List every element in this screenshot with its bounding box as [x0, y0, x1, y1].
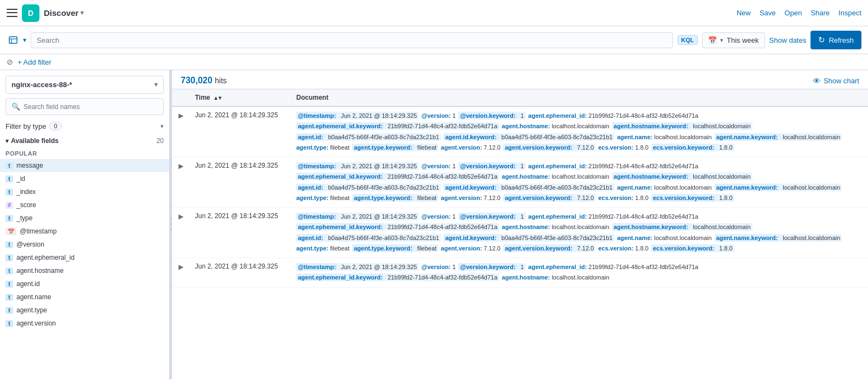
expand-row-button[interactable]: ▶	[179, 112, 183, 119]
time-cell: Jun 2, 2021 @ 18:14:29.325	[188, 157, 290, 208]
field-item-message[interactable]: tmessage	[0, 159, 169, 172]
time-cell: Jun 2, 2021 @ 18:14:29.325	[188, 258, 290, 288]
field-item-agent-type[interactable]: tagent.type	[0, 304, 169, 317]
field-type-badge: t	[5, 294, 13, 301]
table-row: ▶Jun 2, 2021 @ 18:14:29.325@timestamp: J…	[172, 157, 868, 208]
expand-row-button[interactable]: ▶	[179, 213, 183, 220]
index-pattern-selector[interactable]: nginx-access-88-* ▾	[5, 76, 164, 94]
field-name-label: _score	[16, 201, 36, 209]
field-item-@version[interactable]: t@version	[0, 238, 169, 251]
top-nav-right: New Save Open Share Inspect	[737, 9, 861, 17]
show-chart-button[interactable]: 👁 Show chart	[813, 76, 859, 85]
document-cell: @timestamp: Jun 2, 2021 @ 18:14:29.325 @…	[290, 258, 868, 288]
search-fields-container: 🔍	[0, 98, 169, 119]
kql-badge[interactable]: KQL	[677, 35, 698, 45]
field-item-agent-ephemeral_id[interactable]: tagent.ephemeral_id	[0, 251, 169, 264]
field-name-label: _type	[16, 214, 32, 222]
filter-type-chevron-icon[interactable]: ▾	[160, 123, 164, 130]
field-item-agent-id[interactable]: tagent.id	[0, 277, 169, 290]
field-type-badge: t	[5, 162, 13, 169]
field-type-badge: t	[5, 267, 13, 275]
field-type-badge: #	[5, 202, 13, 209]
inspect-button[interactable]: Inspect	[838, 9, 861, 17]
search-fields-input[interactable]	[24, 103, 158, 111]
field-item-agent-hostname[interactable]: tagent.hostname	[0, 264, 169, 277]
field-type-badge: t	[5, 241, 13, 248]
new-button[interactable]: New	[737, 9, 751, 17]
time-column-header[interactable]: Time ▲▾	[188, 89, 290, 106]
results-table: Time ▲▾ Document ▶Jun 2, 2021 @ 18:14:29…	[172, 89, 868, 379]
field-type-badge: t	[5, 254, 13, 261]
field-item-_score[interactable]: #_score	[0, 198, 169, 212]
index-pattern-icon[interactable]	[7, 33, 20, 47]
search-bar: ▾ KQL 📅 ▾ This week Show dates ↻ Refresh	[0, 26, 868, 54]
available-fields-header: ▾ Available fields 20	[0, 135, 169, 148]
field-name-label: agent.version	[16, 319, 56, 327]
popular-section-header: Popular	[0, 148, 169, 159]
field-type-badge: t	[5, 320, 13, 327]
field-type-badge: t	[5, 189, 13, 196]
field-type-badge: t	[5, 307, 13, 314]
document-cell: @timestamp: Jun 2, 2021 @ 18:14:29.325 @…	[290, 157, 868, 208]
field-item-agent-name[interactable]: tagent.name	[0, 290, 169, 304]
app-title[interactable]: Discover ▾	[44, 8, 84, 18]
expand-column-header	[172, 89, 188, 106]
index-pattern-chevron-icon: ▾	[154, 81, 158, 88]
filter-type-badge: 0	[49, 122, 61, 130]
table-header: Time ▲▾ Document	[172, 89, 868, 106]
index-dropdown-chevron-icon[interactable]: ▾	[23, 36, 26, 44]
filter-by-type-label: Filter by type 0	[5, 122, 62, 130]
hits-count: 730,020 hits	[181, 76, 227, 85]
refresh-icon: ↻	[818, 35, 825, 45]
field-type-badge: t	[5, 215, 13, 222]
open-button[interactable]: Open	[785, 9, 802, 17]
search-input[interactable]	[37, 36, 667, 44]
add-filter-button[interactable]: + Add filter	[18, 58, 51, 66]
time-cell: Jun 2, 2021 @ 18:14:29.325	[188, 208, 290, 258]
share-button[interactable]: Share	[810, 9, 830, 17]
hamburger-menu-icon[interactable]	[7, 8, 18, 19]
app-title-chevron-icon: ▾	[81, 9, 84, 16]
expand-row-button[interactable]: ▶	[179, 162, 183, 170]
field-item-agent-version[interactable]: tagent.version	[0, 317, 169, 330]
results-data-table: Time ▲▾ Document ▶Jun 2, 2021 @ 18:14:29…	[172, 89, 868, 288]
save-button[interactable]: Save	[760, 9, 776, 17]
expand-row-button[interactable]: ▶	[179, 263, 183, 271]
field-type-badge: t	[5, 281, 13, 288]
field-name-label: message	[16, 162, 43, 169]
top-nav: D Discover ▾ New Save Open Share Inspect	[0, 0, 868, 26]
app-icon: D	[22, 4, 39, 22]
field-item-_id[interactable]: t_id	[0, 172, 169, 185]
search-input-container[interactable]	[31, 32, 673, 48]
svg-rect-0	[9, 37, 17, 43]
fields-list: Popular tmessaget_idt_index#_scoret_type…	[0, 148, 169, 379]
show-dates-button[interactable]: Show dates	[769, 36, 807, 44]
document-cell: @timestamp: Jun 2, 2021 @ 18:14:29.325 @…	[290, 106, 868, 157]
available-fields-count: 20	[157, 137, 164, 145]
field-item-_type[interactable]: t_type	[0, 212, 169, 225]
time-cell: Jun 2, 2021 @ 18:14:29.325	[188, 106, 290, 157]
field-item-_index[interactable]: t_index	[0, 185, 169, 198]
filter-icon: ⊘	[7, 58, 13, 66]
top-nav-left: D Discover ▾	[7, 4, 732, 22]
hits-bar: 730,020 hits 👁 Show chart	[172, 70, 868, 89]
field-type-badge: 📅	[5, 228, 16, 235]
field-name-label: @timestamp	[20, 227, 57, 235]
filter-bar: ⊘ + Add filter	[0, 54, 868, 70]
document-column-header: Document	[290, 89, 868, 106]
table-body: ▶Jun 2, 2021 @ 18:14:29.325@timestamp: J…	[172, 106, 868, 287]
field-name-label: @version	[16, 241, 44, 248]
search-fields-icon: 🔍	[12, 102, 20, 111]
table-row: ▶Jun 2, 2021 @ 18:14:29.325@timestamp: J…	[172, 106, 868, 157]
time-filter[interactable]: 📅 ▾ This week	[702, 32, 765, 48]
search-fields-input-wrapper[interactable]: 🔍	[5, 98, 164, 115]
calendar-icon: 📅	[708, 36, 717, 44]
field-item-@timestamp[interactable]: 📅@timestamp	[0, 225, 169, 238]
field-name-label: _id	[16, 175, 25, 182]
time-period-label: This week	[727, 36, 759, 44]
search-left: ▾	[7, 33, 26, 47]
field-name-label: agent.hostname	[16, 267, 64, 275]
chevron-down-icon[interactable]: ▾	[5, 138, 9, 145]
refresh-button[interactable]: ↻ Refresh	[810, 31, 861, 49]
eye-icon: 👁	[813, 76, 821, 85]
